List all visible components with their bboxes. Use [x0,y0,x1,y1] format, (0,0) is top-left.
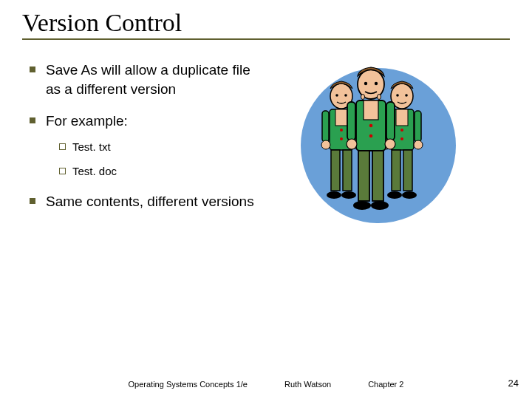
list-item-label: For example: [46,113,128,129]
svg-rect-44 [358,151,369,201]
svg-rect-41 [386,102,395,140]
svg-point-47 [371,201,389,210]
svg-rect-28 [403,150,412,191]
sub-bullet-list: Test. txt Test. doc [59,140,266,179]
svg-point-34 [361,95,365,100]
page-number: 24 [508,378,519,389]
list-item: Test. txt [59,140,266,154]
bullet-list: Save As will allow a duplicate file as a… [30,61,266,211]
svg-rect-24 [415,111,421,142]
list-item: For example: Test. txt Test. doc [30,112,266,179]
svg-point-10 [321,140,330,149]
svg-rect-37 [364,100,378,120]
svg-point-3 [344,94,347,97]
svg-point-15 [341,191,356,199]
people-clipart-icon [273,53,466,238]
title-underline [22,38,510,40]
svg-rect-5 [335,109,347,126]
text-column: Save As will allow a duplicate file as a… [22,61,266,225]
image-column [266,61,510,225]
svg-point-43 [385,139,395,149]
content-area: Save As will allow a duplicate file as a… [22,61,510,225]
svg-point-22 [400,137,403,140]
svg-point-32 [364,82,367,85]
svg-point-21 [400,129,403,132]
footer-left: Operating Systems Concepts 1/e [129,380,248,389]
svg-rect-40 [347,102,355,140]
slide-footer: Operating Systems Concepts 1/e Ruth Wats… [0,380,532,389]
svg-rect-8 [322,111,329,142]
svg-rect-20 [396,109,408,126]
svg-rect-12 [331,150,340,191]
svg-rect-45 [372,151,383,201]
footer-right: Chapter 2 [368,380,403,389]
svg-point-35 [378,95,381,100]
svg-point-6 [340,129,343,132]
svg-point-42 [347,139,357,149]
slide: Version Control Save As will allow a dup… [0,0,532,399]
svg-rect-27 [392,150,400,191]
svg-rect-13 [343,150,352,191]
svg-point-2 [335,94,338,97]
svg-point-18 [405,94,408,97]
list-item: Save As will allow a duplicate file as a… [30,61,266,98]
svg-point-29 [387,191,402,199]
svg-point-26 [414,140,423,149]
svg-point-46 [353,201,371,210]
page-title: Version Control [22,9,510,37]
svg-point-30 [402,191,417,199]
svg-point-17 [396,94,399,97]
list-item: Test. doc [59,164,266,179]
svg-point-38 [369,124,373,128]
svg-point-7 [340,137,343,140]
list-item: Same contents, different versions [30,192,266,211]
svg-point-33 [375,82,378,85]
footer-center: Ruth Watson [284,380,331,389]
svg-point-39 [369,134,373,138]
svg-point-14 [327,191,341,199]
